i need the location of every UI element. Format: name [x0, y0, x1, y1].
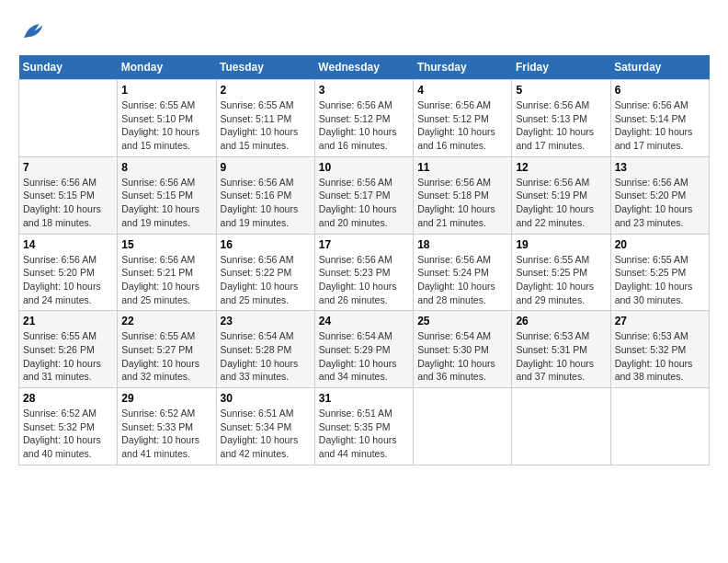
day-number: 3	[319, 84, 409, 97]
day-number: 12	[516, 161, 606, 174]
calendar-week-2: 14Sunrise: 6:56 AMSunset: 5:20 PMDayligh…	[19, 234, 710, 311]
day-info: Sunrise: 6:54 AMSunset: 5:29 PMDaylight:…	[319, 329, 409, 384]
day-number: 21	[23, 315, 113, 327]
day-number: 15	[121, 238, 211, 251]
day-info: Sunrise: 6:51 AMSunset: 5:34 PMDaylight:…	[221, 407, 311, 461]
calendar-cell: 15Sunrise: 6:56 AMSunset: 5:21 PMDayligh…	[118, 234, 216, 311]
calendar-cell: 9Sunrise: 6:56 AMSunset: 5:16 PMDaylight…	[216, 156, 314, 234]
day-info: Sunrise: 6:56 AMSunset: 5:20 PMDaylight:…	[23, 253, 113, 307]
day-number: 23	[221, 315, 311, 327]
day-info: Sunrise: 6:56 AMSunset: 5:18 PMDaylight:…	[417, 176, 507, 230]
header-friday: Friday	[512, 55, 610, 80]
calendar-cell: 7Sunrise: 6:56 AMSunset: 5:15 PMDaylight…	[19, 156, 118, 234]
day-number: 18	[417, 238, 507, 251]
calendar-cell: 11Sunrise: 6:56 AMSunset: 5:18 PMDayligh…	[414, 156, 512, 234]
calendar-table: SundayMondayTuesdayWednesdayThursdayFrid…	[18, 55, 710, 465]
header-tuesday: Tuesday	[216, 55, 314, 80]
day-info: Sunrise: 6:56 AMSunset: 5:16 PMDaylight:…	[221, 176, 311, 230]
day-info: Sunrise: 6:55 AMSunset: 5:11 PMDaylight:…	[221, 98, 311, 153]
calendar-header-row: SundayMondayTuesdayWednesdayThursdayFrid…	[19, 55, 710, 80]
calendar-cell: 5Sunrise: 6:56 AMSunset: 5:13 PMDaylight…	[512, 80, 610, 157]
calendar-cell: 22Sunrise: 6:55 AMSunset: 5:27 PMDayligh…	[118, 311, 216, 388]
day-number: 13	[615, 161, 705, 174]
calendar-cell: 16Sunrise: 6:56 AMSunset: 5:22 PMDayligh…	[216, 234, 314, 311]
calendar-cell: 2Sunrise: 6:55 AMSunset: 5:11 PMDaylight…	[216, 80, 314, 157]
header-thursday: Thursday	[414, 55, 512, 80]
calendar-cell: 3Sunrise: 6:56 AMSunset: 5:12 PMDaylight…	[314, 80, 413, 157]
day-info: Sunrise: 6:56 AMSunset: 5:12 PMDaylight:…	[417, 98, 507, 153]
day-number: 25	[417, 315, 507, 327]
day-info: Sunrise: 6:52 AMSunset: 5:32 PMDaylight:…	[23, 407, 113, 461]
calendar-cell: 8Sunrise: 6:56 AMSunset: 5:15 PMDaylight…	[118, 156, 216, 234]
day-info: Sunrise: 6:56 AMSunset: 5:21 PMDaylight:…	[121, 253, 211, 307]
header-monday: Monday	[118, 55, 216, 80]
day-info: Sunrise: 6:54 AMSunset: 5:30 PMDaylight:…	[417, 329, 507, 384]
day-number: 29	[121, 392, 211, 405]
day-number: 26	[516, 315, 606, 327]
calendar-cell: 21Sunrise: 6:55 AMSunset: 5:26 PMDayligh…	[19, 311, 118, 388]
calendar-cell: 23Sunrise: 6:54 AMSunset: 5:28 PMDayligh…	[216, 311, 314, 388]
calendar-cell: 10Sunrise: 6:56 AMSunset: 5:17 PMDayligh…	[314, 156, 413, 234]
day-info: Sunrise: 6:56 AMSunset: 5:20 PMDaylight:…	[615, 176, 705, 230]
day-info: Sunrise: 6:52 AMSunset: 5:33 PMDaylight:…	[121, 407, 211, 461]
calendar-cell: 1Sunrise: 6:55 AMSunset: 5:10 PMDaylight…	[118, 80, 216, 157]
calendar-cell	[512, 388, 610, 465]
day-info: Sunrise: 6:53 AMSunset: 5:31 PMDaylight:…	[516, 329, 606, 384]
day-number: 1	[121, 84, 211, 97]
day-number: 8	[121, 161, 211, 174]
header-sunday: Sunday	[19, 55, 118, 80]
calendar-cell: 20Sunrise: 6:55 AMSunset: 5:25 PMDayligh…	[610, 234, 709, 311]
day-number: 20	[615, 238, 705, 251]
calendar-cell: 30Sunrise: 6:51 AMSunset: 5:34 PMDayligh…	[216, 388, 314, 465]
calendar-cell: 17Sunrise: 6:56 AMSunset: 5:23 PMDayligh…	[314, 234, 413, 311]
day-info: Sunrise: 6:55 AMSunset: 5:10 PMDaylight:…	[121, 98, 211, 153]
calendar-week-3: 21Sunrise: 6:55 AMSunset: 5:26 PMDayligh…	[19, 311, 710, 388]
calendar-cell: 27Sunrise: 6:53 AMSunset: 5:32 PMDayligh…	[610, 311, 709, 388]
day-number: 9	[221, 161, 311, 174]
calendar-body: 1Sunrise: 6:55 AMSunset: 5:10 PMDaylight…	[19, 80, 710, 465]
calendar-cell: 29Sunrise: 6:52 AMSunset: 5:33 PMDayligh…	[118, 388, 216, 465]
day-info: Sunrise: 6:56 AMSunset: 5:15 PMDaylight:…	[121, 176, 211, 230]
day-info: Sunrise: 6:56 AMSunset: 5:13 PMDaylight:…	[516, 98, 606, 153]
day-info: Sunrise: 6:55 AMSunset: 5:27 PMDaylight:…	[121, 329, 211, 384]
day-number: 22	[121, 315, 211, 327]
page-header	[18, 18, 710, 46]
day-info: Sunrise: 6:56 AMSunset: 5:22 PMDaylight:…	[221, 253, 311, 307]
calendar-cell: 19Sunrise: 6:55 AMSunset: 5:25 PMDayligh…	[512, 234, 610, 311]
day-info: Sunrise: 6:56 AMSunset: 5:12 PMDaylight:…	[319, 98, 409, 153]
calendar-week-1: 7Sunrise: 6:56 AMSunset: 5:15 PMDaylight…	[19, 156, 710, 234]
calendar-cell: 31Sunrise: 6:51 AMSunset: 5:35 PMDayligh…	[314, 388, 413, 465]
day-number: 24	[319, 315, 409, 327]
calendar-cell	[610, 388, 709, 465]
calendar-cell: 13Sunrise: 6:56 AMSunset: 5:20 PMDayligh…	[610, 156, 709, 234]
logo-icon	[18, 18, 46, 46]
day-info: Sunrise: 6:55 AMSunset: 5:25 PMDaylight:…	[516, 253, 606, 307]
day-number: 17	[319, 238, 409, 251]
day-number: 5	[516, 84, 606, 97]
day-number: 31	[319, 392, 409, 405]
day-info: Sunrise: 6:56 AMSunset: 5:15 PMDaylight:…	[23, 176, 113, 230]
day-number: 7	[23, 161, 113, 174]
calendar-cell: 14Sunrise: 6:56 AMSunset: 5:20 PMDayligh…	[19, 234, 118, 311]
day-info: Sunrise: 6:54 AMSunset: 5:28 PMDaylight:…	[221, 329, 311, 384]
calendar-cell: 26Sunrise: 6:53 AMSunset: 5:31 PMDayligh…	[512, 311, 610, 388]
day-info: Sunrise: 6:56 AMSunset: 5:23 PMDaylight:…	[319, 253, 409, 307]
day-info: Sunrise: 6:56 AMSunset: 5:24 PMDaylight:…	[417, 253, 507, 307]
calendar-cell	[414, 388, 512, 465]
calendar-cell: 18Sunrise: 6:56 AMSunset: 5:24 PMDayligh…	[414, 234, 512, 311]
calendar-cell: 12Sunrise: 6:56 AMSunset: 5:19 PMDayligh…	[512, 156, 610, 234]
calendar-cell: 4Sunrise: 6:56 AMSunset: 5:12 PMDaylight…	[414, 80, 512, 157]
day-number: 2	[221, 84, 311, 97]
day-number: 10	[319, 161, 409, 174]
calendar-week-4: 28Sunrise: 6:52 AMSunset: 5:32 PMDayligh…	[19, 388, 710, 465]
day-number: 16	[221, 238, 311, 251]
day-info: Sunrise: 6:56 AMSunset: 5:19 PMDaylight:…	[516, 176, 606, 230]
day-info: Sunrise: 6:56 AMSunset: 5:14 PMDaylight:…	[615, 98, 705, 153]
calendar-cell: 25Sunrise: 6:54 AMSunset: 5:30 PMDayligh…	[414, 311, 512, 388]
day-info: Sunrise: 6:51 AMSunset: 5:35 PMDaylight:…	[319, 407, 409, 461]
calendar-cell: 6Sunrise: 6:56 AMSunset: 5:14 PMDaylight…	[610, 80, 709, 157]
calendar-cell	[19, 80, 118, 157]
day-info: Sunrise: 6:55 AMSunset: 5:25 PMDaylight:…	[615, 253, 705, 307]
day-number: 11	[417, 161, 507, 174]
calendar-cell: 28Sunrise: 6:52 AMSunset: 5:32 PMDayligh…	[19, 388, 118, 465]
